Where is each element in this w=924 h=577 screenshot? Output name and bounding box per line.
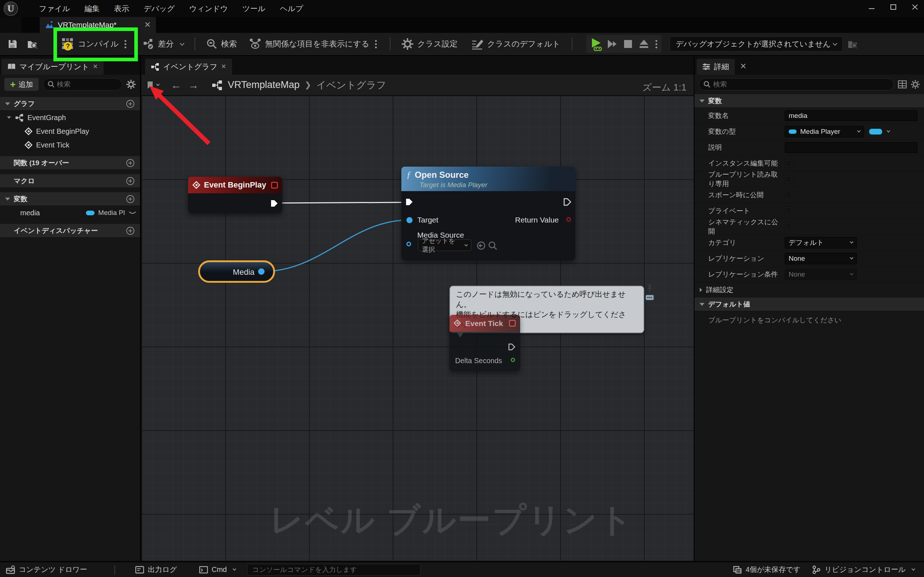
panel-settings-gear-icon[interactable] xyxy=(126,80,136,89)
exec-out-pin[interactable] xyxy=(270,199,279,208)
details-tab-close-icon[interactable]: ✕ xyxy=(740,62,746,70)
graph-canvas[interactable]: レベル ブループリント Event BeginPlay xyxy=(142,95,694,561)
event-graph-tab[interactable]: イベントグラフ ✕ xyxy=(145,59,232,75)
play-options-kebab-icon[interactable] xyxy=(656,40,657,42)
exec-in-pin[interactable] xyxy=(405,198,414,206)
advanced-settings-row[interactable]: 詳細設定 xyxy=(695,282,924,298)
minimize-button[interactable] xyxy=(868,3,876,11)
macros-section-header[interactable]: マクロ xyxy=(0,174,140,188)
return-value-pin[interactable] xyxy=(566,217,571,222)
menu-edit[interactable]: 編集 xyxy=(77,2,107,16)
unsaved-assets-button[interactable]: 4個が未保存です xyxy=(727,562,807,577)
use-selected-asset-icon[interactable] xyxy=(477,241,486,250)
media-output-pin[interactable] xyxy=(258,268,265,275)
menu-help[interactable]: ヘルプ xyxy=(273,2,310,16)
delta-seconds-pin[interactable] xyxy=(511,358,515,362)
compile-button[interactable]: ? コンパイル xyxy=(57,35,133,53)
output-log-button[interactable]: 出力ログ xyxy=(129,562,183,577)
menu-tools[interactable]: ツール xyxy=(235,2,273,16)
closed-eye-icon[interactable] xyxy=(129,210,136,215)
container-type-chevron-icon[interactable] xyxy=(887,129,890,133)
variables-section-header[interactable]: 変数 xyxy=(0,192,140,206)
bookmarks-button[interactable] xyxy=(147,81,159,89)
my-blueprint-tab[interactable]: マイブループリント ✕ xyxy=(2,59,103,75)
property-matrix-icon[interactable] xyxy=(898,81,907,89)
event-beginplay-item[interactable]: Event BeginPlay xyxy=(0,124,140,138)
browse-asset-button[interactable] xyxy=(23,35,43,53)
menu-window[interactable]: ウィンドウ xyxy=(182,2,235,16)
variable-media-item[interactable]: media Media Pl xyxy=(0,206,140,220)
details-settings-gear-icon[interactable] xyxy=(911,80,920,89)
content-drawer-button[interactable]: コンテンツ ドロワー xyxy=(0,562,93,577)
hide-unrelated-kebab-icon[interactable] xyxy=(375,40,377,42)
description-input[interactable] xyxy=(785,142,918,153)
pin-tooltip-icon[interactable] xyxy=(646,284,653,293)
node-event-beginplay[interactable]: Event BeginPlay xyxy=(188,177,282,213)
add-dispatcher-icon[interactable] xyxy=(126,226,134,234)
eventgraph-item[interactable]: EventGraph xyxy=(0,111,140,124)
media-source-pin[interactable] xyxy=(406,242,411,246)
menu-view[interactable]: 表示 xyxy=(107,2,136,16)
variable-section-header[interactable]: 変数 xyxy=(695,94,924,108)
asset-tab-close-icon[interactable]: ✕ xyxy=(144,21,151,29)
find-button[interactable]: 検索 xyxy=(202,35,241,53)
stop-button[interactable] xyxy=(620,39,636,49)
add-graph-icon[interactable] xyxy=(126,100,134,108)
variable-name-input[interactable] xyxy=(785,110,918,121)
private-checkbox[interactable] xyxy=(785,207,793,215)
details-tab[interactable]: 詳細 xyxy=(696,59,735,75)
add-variable-icon[interactable] xyxy=(126,195,134,203)
comment-bubble-icon[interactable] xyxy=(645,295,654,302)
add-macro-icon[interactable] xyxy=(126,177,134,185)
expose-on-spawn-checkbox[interactable] xyxy=(785,191,793,199)
breadcrumb-root[interactable]: VRTemplateMap xyxy=(228,79,300,90)
event-tick-item[interactable]: Event Tick xyxy=(0,138,140,152)
event-graph-tab-close-icon[interactable]: ✕ xyxy=(221,63,226,71)
exec-out-pin[interactable] xyxy=(563,198,572,206)
menu-file[interactable]: ファイル xyxy=(32,2,77,16)
expose-to-cinematics-checkbox[interactable] xyxy=(785,223,793,231)
container-type-pill-icon[interactable] xyxy=(869,129,882,134)
variable-type-dropdown[interactable]: Media Player xyxy=(785,126,864,137)
details-search[interactable] xyxy=(699,78,894,90)
node-event-tick[interactable]: Event Tick Delta Seconds xyxy=(449,315,520,371)
class-defaults-button[interactable]: クラスのデフォルト xyxy=(467,35,565,53)
play-vr-button[interactable] xyxy=(588,39,604,49)
nav-back-icon[interactable]: ← xyxy=(171,80,181,90)
save-button[interactable] xyxy=(3,35,23,53)
hide-unrelated-button[interactable]: 無関係な項目を非表示にする xyxy=(245,35,384,53)
my-blueprint-tab-close-icon[interactable]: ✕ xyxy=(93,63,98,71)
frame-skip-button[interactable] xyxy=(604,39,620,49)
console-command-input[interactable] xyxy=(247,564,420,575)
my-blueprint-search-input[interactable] xyxy=(57,81,117,89)
dispatchers-section-header[interactable]: イベントディスパッチャー xyxy=(0,224,140,238)
exec-out-pin[interactable] xyxy=(508,343,516,351)
category-dropdown[interactable]: デフォルト xyxy=(785,237,857,248)
asset-select-dropdown[interactable]: アセットを選択 xyxy=(418,239,472,251)
replication-dropdown[interactable]: None xyxy=(785,253,857,264)
revision-control-button[interactable]: リビジョンコントロール xyxy=(806,562,921,577)
node-open-source[interactable]: ƒ Open Source Target is Media Player Tar… xyxy=(401,167,575,260)
maximize-button[interactable] xyxy=(889,3,897,11)
compile-options-kebab-icon[interactable] xyxy=(124,40,126,42)
eject-button[interactable] xyxy=(636,39,652,49)
add-function-icon[interactable] xyxy=(126,159,134,167)
collapse-arrow-icon[interactable] xyxy=(7,116,11,119)
blueprint-readonly-checkbox[interactable] xyxy=(785,175,793,183)
default-value-section-header[interactable]: デフォルト値 xyxy=(695,298,924,311)
debug-object-dropdown[interactable]: デバッグオブジェクトが選択されていません xyxy=(670,36,843,52)
nav-forward-icon[interactable]: → xyxy=(188,80,199,90)
my-blueprint-search[interactable] xyxy=(43,78,122,90)
cmd-selector[interactable]: Cmd xyxy=(194,562,241,577)
functions-section-header[interactable]: 関数 (19 オーバー xyxy=(0,156,140,170)
diff-button[interactable]: 差分 xyxy=(139,35,188,53)
browse-asset-icon[interactable] xyxy=(488,241,498,250)
debug-browse-button[interactable] xyxy=(843,35,863,53)
node-media-variable[interactable]: Media xyxy=(198,260,275,283)
instance-editable-checkbox[interactable] xyxy=(785,160,793,167)
class-settings-button[interactable]: クラス設定 xyxy=(397,35,462,53)
menu-debug[interactable]: デバッグ xyxy=(136,2,182,16)
add-button[interactable]: + 追加 xyxy=(4,78,39,91)
asset-tab-vrtemplatemap[interactable]: VRTemplateMap* ✕ xyxy=(40,17,156,33)
target-pin[interactable] xyxy=(406,217,412,223)
